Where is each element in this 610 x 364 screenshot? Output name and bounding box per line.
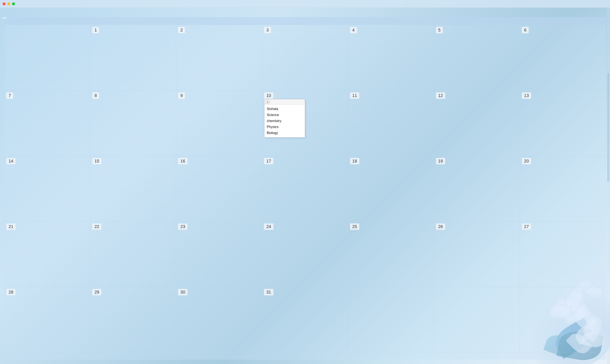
scrollbar-thumb[interactable] — [607, 73, 609, 182]
calendar-cell-13[interactable]: 13 — [520, 90, 606, 156]
main-content: 12345678910xSinhalaSciencechemistryPhysi… — [0, 8, 610, 364]
subject-popup[interactable]: xSinhalaSciencechemistryPhysicsBiology — [264, 99, 305, 137]
title-bar — [0, 0, 610, 8]
scrollbar[interactable] — [607, 0, 610, 364]
calendar-cell-31[interactable]: 31 — [262, 287, 348, 352]
window-controls — [2, 2, 15, 5]
date-badge-22: 22 — [92, 223, 102, 230]
date-badge-8: 8 — [92, 92, 99, 99]
calendar-cell-30[interactable]: 30 — [176, 287, 262, 352]
app-window: 12345678910xSinhalaSciencechemistryPhysi… — [0, 0, 610, 364]
date-badge-29: 29 — [92, 289, 102, 296]
calendar-cell-9[interactable]: 9 — [176, 90, 262, 156]
calendar-cell-7[interactable]: 7 — [4, 90, 90, 156]
date-badge-10: 10 — [264, 92, 273, 99]
date-badge-17: 17 — [264, 158, 273, 164]
date-badge-7: 7 — [6, 92, 13, 99]
popup-close-button[interactable]: x — [266, 100, 270, 104]
date-badge-19: 19 — [436, 158, 445, 164]
calendar-cell-8[interactable]: 8 — [90, 90, 176, 156]
date-badge-2: 2 — [178, 27, 185, 33]
subject-list: SinhalaSciencechemistryPhysicsBiology — [265, 105, 305, 137]
calendar-cell-22[interactable]: 22 — [90, 221, 176, 287]
date-badge-13: 13 — [522, 92, 531, 99]
date-badge-11: 11 — [350, 92, 359, 99]
date-badge-18: 18 — [350, 158, 359, 164]
calendar-header — [4, 17, 606, 25]
date-badge-25: 25 — [350, 223, 359, 230]
calendar-cell-29[interactable]: 29 — [90, 287, 176, 352]
calendar-cell-6[interactable]: 6 — [520, 25, 606, 90]
day-header-sunday — [520, 17, 606, 25]
calendar-container: 12345678910xSinhalaSciencechemistryPhysi… — [4, 17, 606, 360]
calendar-cell-20[interactable]: 20 — [520, 156, 606, 221]
date-badge-24: 24 — [264, 223, 273, 230]
day-header-friday — [348, 17, 434, 25]
calendar-cell-12[interactable]: 12 — [434, 90, 520, 156]
calendar-cell-16[interactable]: 16 — [176, 156, 262, 221]
calendar-cell-23[interactable]: 23 — [176, 221, 262, 287]
date-badge-28: 28 — [6, 289, 16, 296]
calendar-cell-1[interactable]: 1 — [90, 25, 176, 90]
date-badge-30: 30 — [178, 289, 187, 296]
empty-cell-4-4 — [348, 287, 434, 352]
popup-header: x — [265, 99, 305, 105]
day-header-monday — [4, 17, 90, 25]
date-badge-12: 12 — [436, 92, 445, 99]
date-badge-15: 15 — [92, 158, 102, 164]
calendar-cell-3[interactable]: 3 — [262, 25, 348, 90]
date-badge-16: 16 — [178, 158, 187, 164]
calendar-cell-4[interactable]: 4 — [348, 25, 434, 90]
maximize-button[interactable] — [12, 2, 15, 5]
date-badge-9: 9 — [178, 92, 185, 99]
calendar-cell-28[interactable]: 28 — [4, 287, 90, 352]
date-badge-27: 27 — [522, 223, 531, 230]
empty-cell-4-6 — [520, 287, 606, 352]
date-badge-23: 23 — [178, 223, 187, 230]
calendar-cell-14[interactable]: 14 — [4, 156, 90, 221]
empty-cell-0-0 — [4, 25, 90, 90]
date-badge-5: 5 — [436, 27, 443, 33]
empty-cell-4-5 — [434, 287, 520, 352]
calendar-cell-21[interactable]: 21 — [4, 221, 90, 287]
subject-item-0[interactable]: Sinhala — [267, 106, 303, 112]
date-badge-26: 26 — [436, 223, 445, 230]
date-badge-21: 21 — [6, 223, 16, 230]
subject-item-1[interactable]: Science — [267, 112, 303, 118]
calendar-cell-26[interactable]: 26 — [434, 221, 520, 287]
date-badge-4: 4 — [350, 27, 357, 33]
subject-item-3[interactable]: Physics — [267, 124, 303, 130]
date-badge-6: 6 — [522, 27, 529, 33]
date-badge-20: 20 — [522, 158, 531, 164]
date-badge-14: 14 — [6, 158, 16, 164]
subject-item-2[interactable]: chemistry — [267, 118, 303, 124]
date-badge-1: 1 — [92, 27, 99, 33]
calendar-cell-18[interactable]: 18 — [348, 156, 434, 221]
calendar-cell-27[interactable]: 27 — [520, 221, 606, 287]
calendar-cell-17[interactable]: 17 — [262, 156, 348, 221]
day-header-wednesday — [176, 17, 262, 25]
calendar-cell-25[interactable]: 25 — [348, 221, 434, 287]
calendar-cell-10[interactable]: 10xSinhalaSciencechemistryPhysicsBiology — [262, 90, 348, 156]
day-header-thursday — [262, 17, 348, 25]
day-header-saturday — [434, 17, 520, 25]
calendar-cell-11[interactable]: 11 — [348, 90, 434, 156]
calendar-cell-2[interactable]: 2 — [176, 25, 262, 90]
calendar-cell-15[interactable]: 15 — [90, 156, 176, 221]
close-button[interactable] — [2, 2, 6, 5]
month-title — [4, 9, 606, 17]
date-badge-31: 31 — [264, 289, 273, 296]
calendar-cell-19[interactable]: 19 — [434, 156, 520, 221]
day-header-tuesday — [90, 17, 176, 25]
menu-button[interactable] — [2, 17, 6, 19]
date-badge-3: 3 — [264, 27, 271, 33]
calendar-cell-24[interactable]: 24 — [262, 221, 348, 287]
minimize-button[interactable] — [7, 2, 10, 5]
calendar-cell-5[interactable]: 5 — [434, 25, 520, 90]
subject-item-4[interactable]: Biology — [267, 130, 303, 136]
calendar-body: 12345678910xSinhalaSciencechemistryPhysi… — [4, 25, 606, 352]
